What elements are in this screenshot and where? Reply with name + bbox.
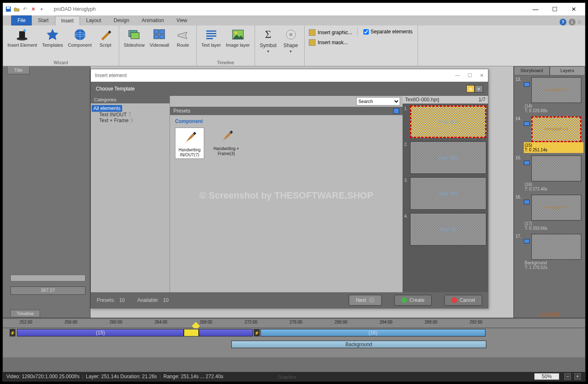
templates-button[interactable]: Templates	[40, 27, 65, 59]
preview-item-4[interactable]: 4.Your Te	[404, 213, 486, 246]
svg-rect-16	[206, 38, 213, 39]
svg-rect-13	[206, 30, 216, 32]
storyboard-item[interactable]: 17.BackgroundT: 1 270.52s	[515, 234, 583, 271]
monitor-icon	[524, 121, 530, 126]
clip-15b[interactable]	[199, 329, 253, 336]
info-icon[interactable]: i	[569, 19, 575, 25]
left-panel: Title 267.27	[3, 66, 90, 318]
open-icon[interactable]	[13, 5, 20, 13]
shape-button[interactable]: Shape▼	[280, 27, 302, 59]
list-view-icon[interactable]: ≡	[475, 85, 483, 93]
home-icon[interactable]: ⌂	[578, 19, 581, 25]
tab-insert[interactable]: Insert	[55, 16, 80, 25]
titlebar: ↶ ✕ ▼ proDAD Heroglyph — ☐ ✕	[3, 3, 585, 15]
route-button[interactable]: Route	[172, 27, 194, 59]
slideshow-button[interactable]: Slideshow	[122, 27, 147, 59]
dialog-maximize-icon[interactable]: ☐	[468, 73, 472, 78]
star-icon	[46, 28, 59, 41]
tab-animation[interactable]: Animation	[135, 15, 170, 25]
status-video: Video: 1280x720:1.000 25.000f/s	[6, 374, 80, 379]
tab-view[interactable]: View	[170, 15, 193, 25]
ruler-tick: 276:00	[290, 320, 303, 324]
dialog-minimize-icon[interactable]: —	[455, 73, 460, 78]
text-lines-icon	[205, 28, 218, 41]
script-button[interactable]: Script	[95, 27, 116, 59]
videowall-icon	[153, 28, 166, 41]
insert-element-button[interactable]: Insert Element	[5, 27, 39, 59]
storyboard-panel: Storyboard Layers 13.Heroglyph 4.0(14)T:…	[513, 66, 585, 318]
ribbon-tabs: File Start Insert Layout Design Animatio…	[3, 15, 585, 25]
timeline-ruler[interactable]: 252:00256:00260:00264:00268:00272:00276:…	[3, 319, 585, 328]
zoom-display[interactable]: 50%	[534, 373, 559, 380]
storyboard-item[interactable]: 16.Heroglyph 4.0(17)T: 0 293.66s	[515, 195, 583, 231]
zoom-in-button[interactable]: +	[574, 373, 581, 380]
tab-file[interactable]: File	[11, 15, 32, 25]
tab-layers[interactable]: Layers	[550, 66, 585, 75]
maximize-button[interactable]: ☐	[545, 3, 564, 15]
status-range: Range: 251.14s ... 272.40s	[163, 374, 223, 379]
svg-rect-9	[154, 30, 159, 34]
zoom-out-button[interactable]: −	[564, 373, 571, 380]
dialog-close-icon[interactable]: ✕	[480, 73, 484, 78]
time-display[interactable]: 267.27	[10, 286, 85, 295]
preview-item-2[interactable]: 2.Your Text	[404, 141, 486, 174]
tab-layout[interactable]: Layout	[80, 15, 108, 25]
symbol-button[interactable]: Σ Symbol▼	[258, 27, 279, 59]
tab-start[interactable]: Start	[32, 15, 55, 25]
dropdown-icon[interactable]: ▼	[38, 5, 45, 13]
prodad-logo: proDAD	[514, 311, 585, 318]
cancel-button[interactable]: Cancel	[444, 295, 482, 306]
insert-mask-button[interactable]: Insert mask...	[307, 38, 354, 47]
category-text-inout[interactable]: Text IN/OUT7	[92, 112, 169, 118]
svg-point-4	[23, 29, 26, 32]
storyboard-item[interactable]: 14.Heroglyph 4.0(15)T: 0 251.14s	[515, 116, 583, 153]
monitor-icon	[524, 82, 530, 87]
preview-item-3[interactable]: 3.Your Tex	[404, 177, 486, 210]
component-button[interactable]: Component	[66, 27, 94, 59]
save-icon[interactable]	[5, 5, 12, 13]
text-layer-button[interactable]: Text layer	[199, 27, 223, 59]
dialog-header: Choose Template ⊞ ≡	[91, 82, 488, 96]
clip-15[interactable]: (15)	[17, 329, 184, 336]
clip-16[interactable]: (16)	[260, 329, 485, 336]
videowall-button[interactable]: Videowall	[148, 27, 171, 59]
ruler-tick: 272:00	[245, 320, 258, 324]
monitor-icon	[524, 161, 530, 165]
x-icon	[451, 297, 457, 303]
help-icon[interactable]: ?	[560, 19, 566, 25]
close-file-icon[interactable]: ✕	[30, 5, 37, 13]
grid-view-icon[interactable]: ⊞	[466, 85, 475, 93]
dialog-titlebar: Insert element — ☐ ✕	[91, 69, 488, 82]
category-text-frame[interactable]: Text + Frame3	[92, 118, 169, 123]
storyboard-item[interactable]: 13.Heroglyph 4.0(14)T: 0 229.88s	[515, 77, 583, 114]
monitor-icon	[524, 239, 530, 243]
clip-background[interactable]: Background	[231, 341, 486, 348]
scrollbar-h[interactable]	[10, 275, 85, 281]
separate-elements-checkbox[interactable]: Separate elements	[361, 28, 415, 35]
undo-icon[interactable]: ↶	[21, 5, 29, 13]
next-button[interactable]: Next	[349, 295, 382, 306]
tab-storyboard[interactable]: Storyboard	[514, 66, 550, 75]
status-layer: Layer: 251.14s Duration: 21.26s	[86, 374, 157, 379]
clip-yellow[interactable]	[184, 329, 199, 336]
refresh-icon[interactable]	[393, 108, 399, 114]
tab-design[interactable]: Design	[108, 15, 135, 25]
ruler-tick: 264:00	[155, 320, 168, 324]
image-icon	[231, 28, 245, 41]
monitor-icon	[524, 200, 530, 204]
category-all-elements[interactable]: All elements	[92, 105, 122, 112]
preset-handwriting-inout[interactable]: Handwriting IN/OUT(7)	[175, 128, 204, 159]
preview-item-1[interactable]: 1.Your Text	[404, 105, 486, 138]
timeline-tracks[interactable]: ⚡ (15) ⚡ (16) Background	[3, 328, 585, 357]
create-button[interactable]: Create	[394, 295, 432, 306]
minimize-button[interactable]: —	[526, 3, 545, 15]
search-select[interactable]: Search	[356, 97, 400, 105]
timeline-tab[interactable]: Timeline	[10, 310, 40, 317]
close-button[interactable]: ✕	[564, 3, 583, 15]
image-layer-button[interactable]: Image layer	[224, 27, 252, 59]
title-tab[interactable]: Title	[7, 66, 30, 74]
ruler-tick: 288:00	[425, 320, 438, 324]
insert-graphic-button[interactable]: Insert graphic...	[307, 28, 354, 37]
storyboard-item[interactable]: 15.(16)T: 0 272.40s	[515, 156, 583, 192]
preset-handwriting-frame[interactable]: Handwriting + Frame(3)	[212, 128, 241, 159]
